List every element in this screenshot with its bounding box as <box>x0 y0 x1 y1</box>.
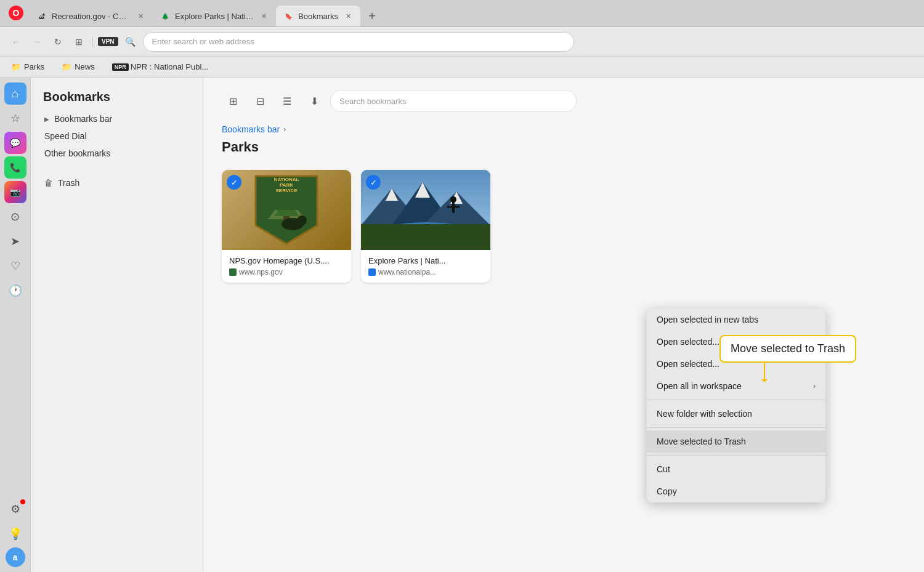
sidebar-icon-notifications[interactable]: 💡 <box>4 523 26 545</box>
sidebar-icon-messenger[interactable]: 💬 <box>4 132 26 154</box>
menu-item-copy[interactable]: Copy <box>647 480 825 502</box>
bookmarks-panel: Bookmarks ▶ Bookmarks bar Speed Dial Oth… <box>31 78 203 572</box>
tab-bookmarks[interactable]: 🔖 Bookmarks ✕ <box>276 6 360 26</box>
view-list[interactable]: ☰ <box>276 90 298 112</box>
card-url-nps: www.nps.gov <box>229 268 344 276</box>
menu-divider-3 <box>647 455 825 456</box>
menu-label-cut: Cut <box>657 464 670 474</box>
folder-icon-parks: 📁 <box>11 62 21 71</box>
opera-sidebar: ⌂ ☆ 💬 📞 📷 ⊙ ➤ ♡ 🕐 ⚙ 💡 a <box>0 78 31 572</box>
sidebar-icon-settings[interactable]: ⚙ <box>4 498 26 520</box>
view-large-grid[interactable]: ⊞ <box>222 90 244 112</box>
content-area: ⊞ ⊟ ☰ ⬇ Search bookmarks Bookmarks bar ›… <box>203 78 924 572</box>
menu-label-open-selected-1: Open selected... <box>657 337 719 347</box>
forward-button[interactable]: → <box>28 33 46 50</box>
bookmarks-panel-title: Bookmarks <box>31 78 203 110</box>
sidebar-icon-heart[interactable]: ♡ <box>4 255 26 277</box>
bookmark-card-explore[interactable]: ✓ <box>361 170 490 283</box>
check-badge-explore: ✓ <box>366 175 381 190</box>
svg-point-19 <box>450 196 456 203</box>
menu-item-open-workspace[interactable]: Open all in workspace › <box>647 375 825 397</box>
nav-item-speed-dial[interactable]: Speed Dial <box>38 127 195 145</box>
search-bookmarks-input[interactable]: Search bookmarks <box>330 90 577 112</box>
content-toolbar: ⊞ ⊟ ☰ ⬇ Search bookmarks <box>222 90 906 112</box>
sidebar-icon-wallet[interactable]: ⊙ <box>4 206 26 228</box>
reload-button[interactable]: ↻ <box>49 33 67 50</box>
folder-icon-news: 📁 <box>62 62 71 71</box>
tab-explore-parks[interactable]: 🌲 Explore Parks | National Pa... ✕ <box>153 6 276 26</box>
svg-text:PARK: PARK <box>280 182 293 188</box>
menu-label-new-folder: New folder with selection <box>657 409 752 419</box>
submenu-arrow: › <box>813 382 816 390</box>
card-info-explore: Explore Parks | Nati... www.nationalpa..… <box>361 250 490 283</box>
breadcrumb: Bookmarks bar › <box>222 124 906 134</box>
menu-divider-1 <box>647 400 825 400</box>
card-thumbnail-nps: ✓ <box>222 170 351 250</box>
main-layout: ⌂ ☆ 💬 📞 📷 ⊙ ➤ ♡ 🕐 ⚙ 💡 a Bookmarks ▶ Book… <box>0 78 924 572</box>
import-button[interactable]: ⬇ <box>303 90 325 112</box>
svg-rect-17 <box>361 224 490 250</box>
bookmark-npr[interactable]: NPR NPR : National Publ... <box>108 61 212 73</box>
npr-badge: NPR <box>112 63 129 71</box>
tooltip-arrow <box>764 361 765 380</box>
card-title-explore: Explore Parks | Nati... <box>368 256 483 265</box>
back-button[interactable]: ← <box>7 33 25 50</box>
card-url-text-nps: www.nps.gov <box>239 268 283 276</box>
nav-item-label-speed-dial: Speed Dial <box>44 131 87 141</box>
tab-bar: O 🏕 Recreation.gov - Camping... ✕ 🌲 Expl… <box>0 0 924 27</box>
grid-view-button[interactable]: ⊞ <box>70 33 87 50</box>
tab-title-3: Bookmarks <box>298 12 338 21</box>
nav-item-label-bookmarks-bar: Bookmarks bar <box>54 114 112 124</box>
bookmark-parks[interactable]: 📁 Parks <box>7 61 48 73</box>
sidebar-icon-history[interactable]: 🕐 <box>4 280 26 302</box>
sidebar-icon-bookmarks[interactable]: ☆ <box>4 107 26 129</box>
address-bar[interactable]: Enter search or web address <box>143 32 574 52</box>
card-url-text-explore: www.nationalpa... <box>378 268 436 276</box>
card-thumbnail-explore: ✓ <box>361 170 490 250</box>
menu-label-open-new-tabs: Open selected in new tabs <box>657 315 758 324</box>
tab-close-3[interactable]: ✕ <box>343 11 353 21</box>
sidebar-avatar[interactable]: a <box>6 547 25 567</box>
opera-logo[interactable]: O <box>5 0 27 26</box>
view-small-grid[interactable]: ⊟ <box>249 90 271 112</box>
menu-item-new-folder[interactable]: New folder with selection <box>647 403 825 425</box>
menu-label-open-selected-2: Open selected... <box>657 359 719 369</box>
toolbar: ← → ↻ ⊞ VPN 🔍 Enter search or web addres… <box>0 27 924 57</box>
nav-item-bookmarks-bar[interactable]: ▶ Bookmarks bar <box>38 110 195 127</box>
tooltip-arrow-head <box>761 379 768 382</box>
tab-close-2[interactable]: ✕ <box>259 11 269 21</box>
bookmarks-nav: ▶ Bookmarks bar Speed Dial Other bookmar… <box>31 110 203 162</box>
address-placeholder: Enter search or web address <box>152 37 254 46</box>
sidebar-icon-send[interactable]: ➤ <box>4 230 26 252</box>
menu-item-open-new-tabs[interactable]: Open selected in new tabs <box>647 308 825 331</box>
trash-item[interactable]: 🗑 Trash <box>38 174 195 191</box>
sidebar-icon-whatsapp[interactable]: 📞 <box>4 156 26 179</box>
breadcrumb-link[interactable]: Bookmarks bar <box>222 124 280 134</box>
card-title-nps: NPS.gov Homepage (U.S.... <box>229 256 344 265</box>
vpn-badge[interactable]: VPN <box>98 37 118 46</box>
tooltip-callout: Move selected to Trash <box>719 335 856 363</box>
bookmark-news[interactable]: 📁 News <box>58 61 99 73</box>
nps-emblem-svg: NATIONAL PARK SERVICE <box>249 170 323 250</box>
menu-item-cut[interactable]: Cut <box>647 458 825 480</box>
menu-item-move-trash[interactable]: Move selected to Trash <box>647 430 825 453</box>
search-button[interactable]: 🔍 <box>122 33 139 50</box>
nav-item-other-bookmarks[interactable]: Other bookmarks <box>38 145 195 162</box>
tab-favicon-2: 🌲 <box>160 11 170 21</box>
card-url-explore: www.nationalpa... <box>368 268 483 276</box>
bookmarks-bar: 📁 Parks 📁 News NPR NPR : National Publ..… <box>0 57 924 78</box>
tab-close-1[interactable]: ✕ <box>136 11 145 21</box>
opera-icon: O <box>9 6 23 20</box>
bookmark-news-label: News <box>75 62 95 71</box>
new-tab-button[interactable]: + <box>363 6 381 26</box>
cards-grid: ✓ <box>222 170 906 283</box>
browser-window: O 🏕 Recreation.gov - Camping... ✕ 🌲 Expl… <box>0 0 924 572</box>
bookmark-card-nps[interactable]: ✓ <box>222 170 351 283</box>
sidebar-icon-instagram[interactable]: 📷 <box>4 181 26 203</box>
sidebar-icon-home[interactable]: ⌂ <box>4 83 26 105</box>
tab-recreation[interactable]: 🏕 Recreation.gov - Camping... ✕ <box>30 6 153 26</box>
breadcrumb-separator: › <box>283 125 286 134</box>
arrow-icon: ▶ <box>44 116 49 123</box>
svg-text:NATIONAL: NATIONAL <box>274 177 299 182</box>
svg-text:SERVICE: SERVICE <box>276 188 298 193</box>
